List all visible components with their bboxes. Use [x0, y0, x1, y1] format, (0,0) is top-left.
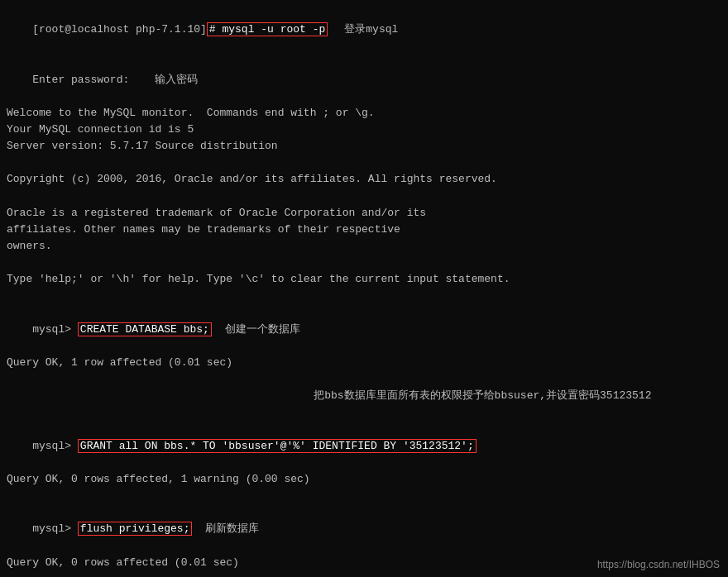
create-db-result: Query OK, 1 row affected (0.01 sec) [7, 355, 721, 371]
oracle-line1: Oracle is a registered trademark of Orac… [7, 205, 721, 222]
welcome-line2: Your MySQL connection id is 5 [7, 122, 721, 138]
version-line: Server version: 5.7.17 Source distributi… [7, 138, 721, 155]
command-line-login: [root@localhost php-7.1.10]# mysql -u ro… [7, 5, 721, 55]
mysql-prompt-flush: mysql> [32, 522, 78, 535]
copyright-line: Copyright (c) 2000, 2016, Oracle and/or … [7, 171, 721, 188]
login-command: # mysql -u root -p [207, 22, 328, 36]
grant-annotation-line: 把bbs数据库里面所有表的权限授予给bbsuser,并设置密码35123512 [7, 371, 721, 421]
create-db-line: mysql> CREATE DATABASE bbs;创建一个数据库 [7, 305, 721, 355]
create-db-cmd: CREATE DATABASE bbs; [78, 322, 212, 336]
mysql-prompt-create: mysql> [32, 323, 78, 336]
create-db-annotation: 创建一个数据库 [225, 323, 300, 336]
grant-line: mysql> GRANT all ON bbs.* TO 'bbsuser'@'… [7, 422, 721, 471]
blank-line3 [7, 255, 721, 271]
grant-annotation: 把bbs数据库里面所有表的权限授予给bbsuser,并设置密码35123512 [314, 389, 651, 402]
help-line: Type 'help;' or '\h' for help. Type '\c'… [7, 271, 721, 288]
grant-cmd: GRANT all ON bbs.* TO 'bbsuser'@'%' IDEN… [78, 439, 477, 453]
password-prompt: Enter password: [32, 74, 155, 86]
terminal-window: [root@localhost php-7.1.10]# mysql -u ro… [0, 0, 728, 577]
password-line: Enter password: 输入密码 [7, 55, 721, 104]
flush-line: mysql> flush privileges;刷新数据库 [7, 504, 721, 554]
blank-line2 [7, 188, 721, 205]
flush-annotation: 刷新数据库 [205, 522, 259, 535]
grant-result: Query OK, 0 rows affected, 1 warning (0.… [7, 471, 721, 488]
blank-line5 [7, 488, 721, 504]
mysql-prompt-grant: mysql> [32, 440, 78, 452]
welcome-line1: Welcome to the MySQL monitor. Commands e… [7, 105, 721, 122]
password-annotation: 输入密码 [155, 74, 198, 86]
root-prompt: [root@localhost php-7.1.10] [32, 23, 207, 36]
flush-cmd: flush privileges; [78, 522, 193, 536]
oracle-line3: owners. [7, 238, 721, 255]
blank-line1 [7, 155, 721, 171]
blank-line6 [7, 571, 721, 577]
blank-line4 [7, 288, 721, 304]
oracle-line2: affiliates. Other names may be trademark… [7, 222, 721, 238]
login-annotation: 登录mysql [344, 23, 398, 36]
watermark: https://blog.csdn.net/IHBOS [597, 559, 720, 570]
